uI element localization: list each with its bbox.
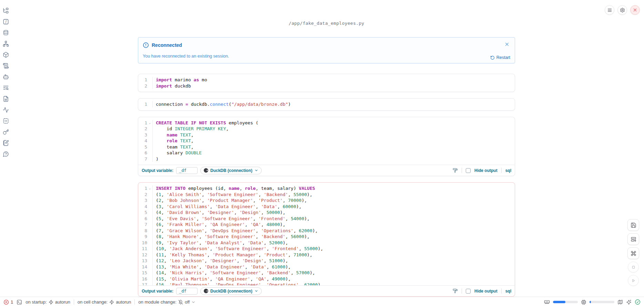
- output-variable-input[interactable]: _df: [176, 288, 198, 295]
- fold-gutter: [147, 234, 152, 240]
- line-number: 7: [138, 222, 147, 228]
- code-line[interactable]: 14(13, 'Mia White', 'Data Engineer', 'Da…: [138, 264, 515, 270]
- autorun-zap-icon: [109, 300, 114, 305]
- chevron-down-icon: [254, 289, 258, 293]
- save-button[interactable]: [627, 219, 639, 231]
- svg-text:f: f: [6, 20, 7, 23]
- code-line[interactable]: 2import duckdb: [138, 83, 515, 89]
- hide-output-checkbox[interactable]: [466, 289, 471, 294]
- code-line[interactable]: 15(14, 'Nick Harris', 'Software Engineer…: [138, 270, 515, 276]
- code-line[interactable]: 7(6, 'Frank Miller', 'QA Engineer', 'QA'…: [138, 222, 515, 228]
- divider: [501, 288, 502, 294]
- divider: [462, 168, 462, 173]
- code-editor[interactable]: 1⌄CREATE TABLE IF NOT EXISTS employees (…: [138, 117, 515, 165]
- terminal-icon[interactable]: [17, 299, 22, 305]
- ram-icon: [544, 299, 550, 305]
- code-line[interactable]: 1⌄CREATE TABLE IF NOT EXISTS employees (: [138, 120, 515, 126]
- code-line[interactable]: 3 name TEXT,: [138, 132, 515, 138]
- code-text: (8, 'Hank Moore', 'Software Engineer', '…: [152, 234, 515, 240]
- banner-close-icon[interactable]: [504, 42, 510, 47]
- code-line[interactable]: 2 id INTEGER PRIMARY KEY,: [138, 126, 515, 132]
- help-icon[interactable]: [3, 151, 9, 157]
- secrets-key-icon[interactable]: [3, 129, 9, 135]
- code-line[interactable]: 5 team TEXT,: [138, 144, 515, 150]
- code-line[interactable]: 4 role TEXT,: [138, 138, 515, 144]
- code-text: (11, 'Kelly Thomas', 'Product Manager', …: [152, 252, 515, 258]
- code-line[interactable]: 3(2, 'Bob Johnson', 'Product Manager', '…: [138, 197, 515, 204]
- fold-gutter: [147, 216, 152, 222]
- notebook-filename: /app/fake_data_employees.py: [138, 21, 515, 26]
- variables-icon[interactable]: f: [3, 19, 9, 25]
- on-startup-value: autorun: [55, 299, 70, 305]
- language-badge[interactable]: sql: [505, 168, 511, 173]
- fold-gutter: [147, 258, 152, 264]
- layout-button[interactable]: [627, 233, 639, 245]
- code-line[interactable]: 17(16, 'Paul Thompson', 'DevOps Engineer…: [138, 282, 515, 285]
- code-line[interactable]: 4(3, 'Carol Williams', 'Data Engineer', …: [138, 204, 515, 210]
- log-search-icon[interactable]: [3, 85, 9, 91]
- dependency-graph-icon[interactable]: [3, 41, 9, 47]
- code-editor[interactable]: 1connection = duckdb.connect("/app/data/…: [138, 99, 515, 110]
- engine-select[interactable]: DuckDB (connection): [200, 287, 262, 295]
- window-controls: [605, 5, 640, 15]
- chat-bot-icon[interactable]: [3, 74, 9, 80]
- code-line[interactable]: 12(11, 'Kelly Thomas', 'Product Manager'…: [138, 252, 515, 258]
- language-badge[interactable]: sql: [505, 289, 511, 294]
- tracing-icon[interactable]: [3, 107, 9, 113]
- error-icon: [3, 299, 9, 305]
- code-line[interactable]: 9(8, 'Hank Moore', 'Software Engineer', …: [138, 234, 515, 240]
- code-line[interactable]: 11(10, 'Jack Anderson', 'Software Engine…: [138, 246, 515, 252]
- code-line[interactable]: 2(1, 'Alice Smith', 'Software Engineer',…: [138, 192, 515, 198]
- format-cell-icon[interactable]: [453, 168, 458, 173]
- chevron-down-icon: [254, 168, 258, 172]
- code-editor[interactable]: 1⌄INSERT INTO employees (id, name, role,…: [138, 183, 515, 285]
- stop-button[interactable]: [628, 262, 639, 273]
- menu-button[interactable]: [605, 5, 614, 15]
- hide-output-checkbox[interactable]: [466, 168, 471, 173]
- code-line[interactable]: 8(7, 'Grace Wilson', 'DevOps Engineer', …: [138, 228, 515, 234]
- command-palette-icon: [631, 250, 636, 256]
- code-editor[interactable]: 1import marimo as mo2import duckdb: [138, 74, 515, 92]
- fold-chevron-icon[interactable]: ⌄: [147, 185, 152, 192]
- code-line[interactable]: 1import marimo as mo: [138, 77, 515, 83]
- on-cell-change-setting[interactable]: on cell change: autorun: [78, 299, 131, 305]
- line-number: 13: [138, 258, 147, 264]
- on-startup-setting[interactable]: on startup: autorun: [26, 299, 70, 305]
- status-bar: 1 on startup: autorun on cell change: au…: [0, 297, 644, 307]
- error-counter[interactable]: 1: [3, 299, 13, 305]
- divider: [462, 288, 462, 294]
- datasources-icon[interactable]: [3, 30, 9, 36]
- format-cell-icon[interactable]: [453, 288, 458, 294]
- code-line[interactable]: 1connection = duckdb.connect("/app/data/…: [138, 101, 515, 108]
- fold-chevron-icon[interactable]: ⌄: [147, 120, 152, 126]
- shutdown-button[interactable]: [630, 5, 640, 15]
- run-button[interactable]: [628, 275, 639, 286]
- code-line[interactable]: 1⌄INSERT INTO employees (id, name, role,…: [138, 185, 515, 192]
- command-palette-button[interactable]: [627, 247, 639, 259]
- code-line[interactable]: 6(5, 'Eve Davis', 'Software Engineer', '…: [138, 216, 515, 222]
- engine-select[interactable]: DuckDB (connection): [200, 167, 262, 174]
- code-text: (15, 'Olivia Martin', 'QA Engineer', 'QA…: [152, 276, 515, 282]
- packages-icon[interactable]: [3, 52, 9, 58]
- code-line[interactable]: 10(9, 'Ivy Taylor', 'Data Analyst', 'Dat…: [138, 240, 515, 246]
- minimap-icon[interactable]: [617, 299, 623, 305]
- code-line[interactable]: 7): [138, 156, 515, 162]
- settings-button[interactable]: [617, 5, 627, 15]
- scratchpad-icon[interactable]: [3, 140, 9, 146]
- logs-icon[interactable]: [3, 63, 9, 69]
- output-variable-input[interactable]: _df: [176, 167, 198, 174]
- line-number: 6: [138, 216, 147, 222]
- line-number: 17: [138, 282, 147, 285]
- code-line[interactable]: 13(12, 'Leo Jackson', 'Designer', 'Desig…: [138, 258, 515, 264]
- code-line[interactable]: 16(15, 'Olivia Martin', 'QA Engineer', '…: [138, 276, 515, 282]
- file-explorer-icon[interactable]: [3, 8, 9, 14]
- code-line[interactable]: 6 salary DOUBLE: [138, 150, 515, 156]
- hide-output-label: Hide output: [474, 289, 497, 294]
- code-line[interactable]: 5(4, 'David Brown', 'Designer', 'Design'…: [138, 209, 515, 216]
- restart-button[interactable]: Restart: [490, 55, 510, 60]
- ai-sparkles-icon[interactable]: [626, 299, 632, 305]
- documentation-icon[interactable]: [3, 96, 9, 102]
- on-module-change-setting[interactable]: on module change: off: [138, 299, 195, 305]
- fold-gutter: [147, 192, 152, 198]
- snippets-icon[interactable]: [3, 118, 9, 124]
